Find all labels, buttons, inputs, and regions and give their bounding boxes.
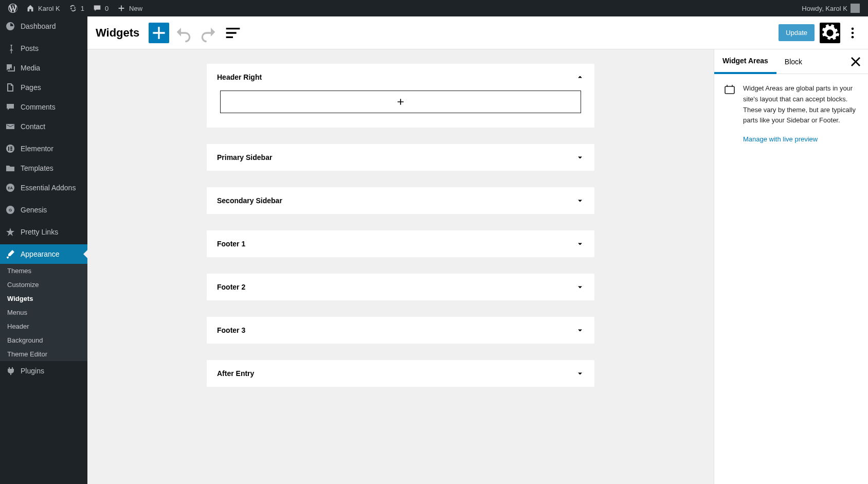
chevron-down-icon [576, 369, 584, 378]
widget-areas-icon [724, 83, 736, 96]
svg-point-11 [852, 35, 854, 38]
genesis-icon: G [5, 205, 15, 215]
sidebar-item-label: Plugins [21, 367, 44, 375]
add-block-button[interactable] [220, 91, 581, 113]
mail-icon [5, 121, 15, 132]
refresh-icon [68, 4, 78, 13]
settings-sidebar: Widget Areas Block Widget Areas are glob… [714, 49, 868, 484]
elementor-icon [5, 144, 15, 154]
page-title: Widgets [96, 26, 139, 40]
updates-link[interactable]: 1 [64, 0, 88, 16]
comments-icon [5, 102, 15, 112]
sidebar-item-posts[interactable]: Posts [0, 39, 87, 58]
svg-text:EA: EA [8, 186, 13, 190]
avatar [851, 4, 860, 13]
sidebar-item-pretty-links[interactable]: Pretty Links [0, 222, 87, 242]
sidebar-item-plugins[interactable]: Plugins [0, 361, 87, 381]
wordpress-logo[interactable] [4, 0, 22, 16]
admin-bar: Karol K 1 0 New Howdy, Karol K [0, 0, 868, 16]
tab-widget-areas[interactable]: Widget Areas [714, 49, 776, 74]
brush-icon [5, 249, 15, 259]
svg-text:G: G [9, 208, 12, 212]
sidebar-item-dashboard[interactable]: Dashboard [0, 16, 87, 36]
submenu-theme-editor[interactable]: Theme Editor [0, 347, 87, 361]
updates-count: 1 [81, 5, 84, 12]
manage-live-preview-link[interactable]: Manage with live preview [743, 134, 818, 145]
comments-link[interactable]: 0 [88, 0, 113, 16]
submenu-themes[interactable]: Themes [0, 264, 87, 278]
widget-area-toggle[interactable]: Footer 3 [207, 317, 594, 344]
update-button[interactable]: Update [779, 24, 815, 41]
widget-area-toggle[interactable]: Footer 1 [207, 230, 594, 257]
submenu-header[interactable]: Header [0, 319, 87, 333]
undo-button[interactable] [173, 23, 194, 43]
home-icon [26, 4, 35, 13]
dots-vertical-icon [845, 23, 860, 43]
widget-area-toggle[interactable]: After Entry [207, 360, 594, 387]
undo-icon [173, 23, 194, 43]
svg-point-9 [852, 27, 854, 30]
submenu-customize[interactable]: Customize [0, 278, 87, 292]
svg-rect-1 [8, 147, 9, 151]
wordpress-icon [8, 4, 17, 13]
svg-rect-4 [10, 150, 12, 151]
sidebar-item-label: Appearance [21, 250, 60, 258]
chevron-down-icon [576, 196, 584, 205]
new-content-link[interactable]: New [113, 0, 147, 16]
site-home-link[interactable]: Karol K [22, 0, 64, 16]
site-name: Karol K [38, 5, 60, 12]
sidebar-item-label: Media [21, 64, 40, 72]
sidebar-item-elementor[interactable]: Elementor [0, 139, 87, 158]
widget-area-toggle[interactable]: Primary Sidebar [207, 144, 594, 171]
close-panel-button[interactable] [847, 53, 864, 70]
widget-area-toggle[interactable]: Secondary Sidebar [207, 187, 594, 214]
widget-area-title: Primary Sidebar [217, 153, 272, 162]
sidebar-item-comments[interactable]: Comments [0, 97, 87, 117]
svg-rect-2 [10, 147, 12, 148]
sidebar-item-genesis[interactable]: G Genesis [0, 200, 87, 220]
editor-header: Widgets Update [87, 16, 868, 49]
sidebar-item-label: Pretty Links [21, 228, 58, 236]
widget-area-secondary-sidebar: Secondary Sidebar [207, 187, 594, 214]
widget-area-toggle[interactable]: Footer 2 [207, 274, 594, 300]
list-view-button[interactable] [223, 23, 243, 43]
widget-area-title: After Entry [217, 369, 254, 378]
widget-area-after-entry: After Entry [207, 360, 594, 387]
widget-area-title: Footer 2 [217, 283, 245, 291]
folder-icon [5, 163, 15, 173]
submenu-menus[interactable]: Menus [0, 306, 87, 319]
plus-icon [149, 23, 169, 43]
sidebar-item-templates[interactable]: Templates [0, 158, 87, 178]
widget-area-footer-1: Footer 1 [207, 230, 594, 257]
svg-rect-12 [725, 86, 734, 94]
widget-area-title: Footer 3 [217, 326, 245, 334]
chevron-down-icon [576, 153, 584, 162]
chevron-up-icon [576, 73, 584, 81]
user-menu[interactable]: Howdy, Karol K [798, 0, 864, 16]
settings-toggle[interactable] [820, 23, 840, 43]
ea-icon: EA [5, 183, 15, 193]
tab-block[interactable]: Block [776, 50, 810, 73]
sidebar-item-media[interactable]: Media [0, 58, 87, 78]
sidebar-item-contact[interactable]: Contact [0, 117, 87, 136]
submenu-widgets[interactable]: Widgets [0, 292, 87, 306]
sidebar-item-pages[interactable]: Pages [0, 78, 87, 97]
add-block-toggle[interactable] [149, 23, 169, 43]
pages-icon [5, 82, 15, 93]
sidebar-item-appearance[interactable]: Appearance [0, 244, 87, 264]
pin-icon [5, 43, 15, 53]
widget-area-toggle[interactable]: Header Right [207, 64, 594, 91]
comments-count: 0 [105, 5, 109, 12]
redo-button[interactable] [198, 23, 219, 43]
more-options-button[interactable] [845, 23, 860, 43]
widget-area-footer-2: Footer 2 [207, 274, 594, 300]
sidebar-item-label: Elementor [21, 145, 53, 153]
widget-area-title: Header Right [217, 73, 262, 81]
submenu-background[interactable]: Background [0, 333, 87, 347]
sidebar-item-essential-addons[interactable]: EA Essential Addons [0, 178, 87, 198]
dashboard-icon [5, 21, 15, 31]
plug-icon [5, 366, 15, 376]
sidebar-item-label: Contact [21, 122, 45, 131]
widget-area-header-right: Header Right [207, 64, 594, 128]
widgets-canvas: Header Right Primary Sidebar [87, 49, 714, 484]
